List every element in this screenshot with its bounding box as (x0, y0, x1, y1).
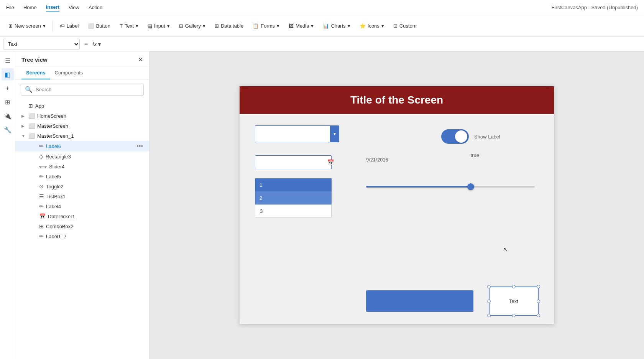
layers-button[interactable]: ◧ (2, 68, 14, 81)
add-button[interactable]: + (2, 82, 14, 94)
charts-button[interactable]: 📊 Charts ▾ (319, 21, 354, 31)
menu-action[interactable]: Action (89, 3, 102, 12)
formula-selector[interactable]: Text (3, 39, 80, 49)
data-table-button[interactable]: ⊞ Data table (211, 21, 247, 31)
list-box-control[interactable]: 1 2 3 (255, 178, 332, 217)
list-item-3[interactable]: 3 (255, 204, 332, 217)
slider-icon-slider4: ⟺ (39, 163, 47, 170)
media-icon: 🖼 (289, 23, 294, 29)
text-label-control[interactable]: Text (489, 287, 539, 316)
custom-button[interactable]: ⊡ Custom (389, 21, 421, 31)
charts-chevron-icon: ▾ (348, 23, 350, 29)
tree-items: ⊞ App ▶ ⬜ HomeScreen ▶ ⬜ MasterScreen ▼ … (15, 99, 149, 359)
toggle-icon-toggle2: ⊙ (39, 183, 44, 189)
menu-insert[interactable]: Insert (46, 3, 59, 12)
date-picker-input[interactable]: 9/21/2016 (255, 160, 327, 165)
tree-header: Tree view ✕ (15, 51, 149, 67)
tree-item-label5[interactable]: ✏ Label5 (15, 171, 149, 181)
input-button[interactable]: ▤ Input ▾ (144, 21, 174, 31)
expand-icon-home: ▶ (21, 114, 26, 118)
gallery-button[interactable]: ⊞ Gallery ▾ (175, 21, 209, 31)
app-title: FirstCanvasApp - Saved (Unpublished) (552, 5, 638, 10)
tree-item-label4[interactable]: ✏ Label4 (15, 201, 149, 211)
new-screen-chevron-icon: ▾ (43, 23, 46, 29)
text-icon: T (120, 23, 123, 29)
screen-canvas: Title of the Screen Cane ▾ Show Label (240, 86, 554, 324)
combo-box-input[interactable]: Cane (255, 131, 330, 137)
tree-item-homescreen[interactable]: ▶ ⬜ HomeScreen (15, 111, 149, 121)
toggle-switch[interactable] (441, 129, 469, 144)
listbox-icon-listbox1: ☰ (39, 193, 44, 199)
tree-item-slider4[interactable]: ⟺ Slider4 (15, 161, 149, 171)
media-button[interactable]: 🖼 Media ▾ (285, 21, 317, 31)
listbox1-label: ListBox1 (46, 194, 143, 199)
icons-button[interactable]: ⭐ Icons ▾ (356, 21, 388, 31)
menu-home[interactable]: Home (23, 3, 37, 12)
list-item-2[interactable]: 2 (255, 191, 332, 204)
menu-view[interactable]: View (69, 3, 79, 12)
components-button[interactable]: ⊞ (2, 96, 14, 108)
tree-item-app[interactable]: ⊞ App (15, 101, 149, 111)
list-item-1[interactable]: 1 (255, 178, 332, 191)
formula-input[interactable]: "Text" (104, 41, 641, 47)
tree-item-label6[interactable]: ✏ Label6 ••• (15, 141, 149, 152)
hamburger-menu-button[interactable]: ☰ (2, 54, 14, 67)
menu-file[interactable]: File (6, 3, 14, 12)
search-icon: 🔍 (25, 86, 33, 93)
label-button[interactable]: 🏷 Label (56, 21, 83, 31)
formula-bar: Text = fx ▾ "Text" (0, 37, 644, 51)
mouse-cursor-indicator: ↖ (503, 246, 508, 253)
date-display: 9/21/2016 (366, 157, 388, 163)
label6-more-button[interactable]: ••• (136, 143, 143, 150)
combo-box-dropdown-button[interactable]: ▾ (330, 126, 339, 142)
button-icon: ⬜ (88, 23, 94, 29)
calendar-icon[interactable]: 📅 (327, 156, 334, 169)
handle-mr[interactable] (537, 300, 540, 303)
tools-button[interactable]: 🔧 (2, 124, 14, 136)
tree-item-listbox1[interactable]: ☰ ListBox1 (15, 191, 149, 201)
tree-item-label1-7[interactable]: ✏ Label1_7 (15, 231, 149, 241)
search-input[interactable] (36, 87, 140, 92)
handle-bl[interactable] (487, 314, 491, 317)
data-button[interactable]: 🔌 (2, 110, 14, 122)
tree-item-combobox2[interactable]: ⊞ ComboBox2 (15, 221, 149, 231)
text-button[interactable]: T Text ▾ (116, 21, 142, 31)
button-button[interactable]: ⬜ Button (84, 21, 114, 31)
handle-bc[interactable] (512, 314, 516, 317)
combobox-icon-combobox2: ⊞ (39, 223, 44, 229)
input-chevron-icon: ▾ (167, 23, 170, 29)
tree-item-datepicker1[interactable]: 📅 DatePicker1 (15, 211, 149, 221)
tree-item-toggle2[interactable]: ⊙ Toggle2 (15, 181, 149, 191)
tree-item-masterscreen-1[interactable]: ▼ ⬜ MasterScreen_1 (15, 131, 149, 141)
tree-item-masterscreen[interactable]: ▶ ⬜ MasterScreen (15, 121, 149, 131)
handle-tr[interactable] (537, 285, 540, 288)
handle-tl[interactable] (487, 285, 491, 288)
handle-br[interactable] (537, 314, 540, 317)
fx-icon: fx (92, 41, 97, 47)
date-picker-control[interactable]: 9/21/2016 📅 (255, 155, 332, 169)
text-chevron-icon: ▾ (136, 23, 138, 29)
blue-rectangle (366, 290, 473, 312)
tree-title: Tree view (21, 56, 48, 63)
data-table-icon: ⊞ (215, 23, 219, 29)
formula-equals: = (83, 41, 89, 48)
formula-fx-button[interactable]: fx ▾ (92, 41, 101, 47)
slider-thumb[interactable] (467, 183, 474, 190)
toggle2-label: Toggle2 (46, 184, 143, 189)
tree-close-button[interactable]: ✕ (138, 56, 143, 63)
slider-fill (366, 186, 471, 188)
masterscreen1-label: MasterScreen_1 (37, 133, 143, 139)
datepicker1-label: DatePicker1 (48, 214, 143, 219)
new-screen-button[interactable]: ⊞ New screen ▾ (5, 21, 49, 31)
tab-components[interactable]: Components (50, 67, 88, 79)
charts-icon: 📊 (323, 23, 329, 29)
tab-screens[interactable]: Screens (21, 67, 50, 79)
handle-ml[interactable] (487, 300, 491, 303)
handle-tc[interactable] (512, 285, 516, 288)
forms-button[interactable]: 📋 Forms ▾ (249, 21, 283, 31)
slider-control[interactable] (366, 186, 539, 188)
label-icon-label4: ✏ (39, 203, 44, 209)
tree-item-rectangle3[interactable]: ◇ Rectangle3 (15, 152, 149, 161)
true-label: true (471, 152, 479, 158)
combo-box-control[interactable]: Cane ▾ (255, 125, 339, 142)
